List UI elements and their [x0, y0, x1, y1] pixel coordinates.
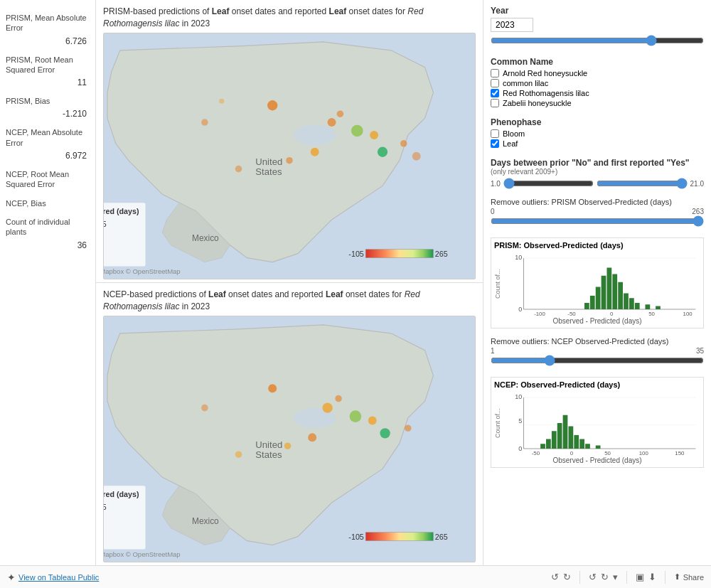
dropdown-icon[interactable]: ▾ [613, 572, 618, 582]
download-icon[interactable]: ⬇ [648, 572, 656, 582]
left-sidebar: PRISM, Mean Absolute Error 6.726 PRISM, … [0, 0, 96, 565]
phenophase-text-1: Leaf [503, 139, 518, 148]
svg-rect-102 [563, 415, 568, 449]
svg-rect-100 [552, 431, 557, 449]
svg-point-2 [267, 100, 277, 110]
common-name-text-2: Red Rothomagensis lilac [503, 89, 589, 97]
remove-outliers-prism-label: Remove outliers: PRISM Observed-Predicte… [491, 198, 704, 206]
top-chart-title: PRISM-based predictions of Leaf onset da… [103, 6, 476, 30]
common-name-item-3: Zabelii honeysuckle [491, 99, 704, 107]
metric-label-6: NCEP, Bias [6, 198, 90, 208]
svg-text:100: 100 [683, 311, 693, 316]
days-between-slider-max[interactable] [597, 178, 687, 189]
common-name-label: Common Name [491, 57, 704, 67]
common-name-checkbox-1[interactable] [491, 79, 499, 87]
toolbar-divider-1 [579, 571, 580, 584]
prism-hist-y-label: Count of... [494, 252, 507, 316]
remove-outliers-prism-max: 263 [692, 208, 704, 215]
prism-hist-x-label: Observed - Predicted (days) [494, 317, 700, 325]
common-name-item-2: Red Rothomagensis lilac [491, 89, 704, 97]
svg-point-7 [311, 147, 319, 156]
top-map: United States Mexico [103, 33, 476, 279]
year-input[interactable] [491, 18, 533, 32]
bottom-chart-title: NCEP-based predictions of Leaf onset dat… [103, 289, 476, 313]
common-name-checkbox-2[interactable] [491, 89, 499, 97]
metric-label-2: PRISM, Root Mean Squared Error [6, 55, 90, 75]
svg-text:0: 0 [518, 306, 522, 313]
svg-point-46 [235, 451, 242, 458]
phenophase-checkbox-0[interactable] [491, 129, 499, 138]
bottom-chart-section: NCEP-based predictions of Leaf onset dat… [96, 283, 483, 565]
svg-text:0: 0 [570, 450, 574, 455]
svg-text:100: 100 [639, 450, 649, 455]
svg-text:265: 265 [435, 533, 448, 541]
svg-rect-87 [584, 303, 589, 309]
svg-point-45 [201, 404, 208, 411]
phenophase-checkbox-1[interactable] [491, 139, 499, 148]
toolbar-left: ✦ View on Tableau Public [7, 572, 99, 583]
svg-text:United: United [255, 439, 282, 449]
metric-value-1: 6.726 [6, 36, 90, 46]
svg-text:-105: -105 [348, 250, 363, 258]
svg-point-42 [284, 442, 292, 449]
share-icon: ⬆ [674, 572, 680, 582]
year-control: Year [491, 6, 704, 48]
svg-text:States: States [255, 449, 282, 460]
common-name-checkbox-0[interactable] [491, 69, 499, 77]
svg-rect-85 [656, 306, 661, 310]
svg-rect-79 [612, 274, 617, 310]
tableau-icon: ✦ [7, 572, 16, 583]
ncep-hist-y-label: Count of... [494, 391, 507, 455]
remove-outliers-ncep-slider[interactable] [491, 355, 704, 366]
svg-point-1 [294, 124, 336, 145]
svg-rect-77 [602, 276, 606, 309]
svg-point-8 [286, 156, 293, 164]
remove-outliers-prism-section: Remove outliers: PRISM Observed-Predicte… [491, 198, 704, 229]
svg-text:50: 50 [604, 450, 611, 455]
metric-label-1: PRISM, Mean Absolute Error [6, 13, 90, 33]
redo-icon[interactable]: ↻ [563, 572, 571, 582]
ncep-hist-x-label: Observed - Predicted (days) [494, 456, 700, 464]
svg-text:265: 265 [435, 250, 448, 258]
bottom-map-svg: United States Mexico [104, 316, 475, 562]
svg-point-40 [335, 395, 342, 402]
svg-point-9 [378, 146, 387, 156]
svg-rect-82 [629, 298, 634, 309]
svg-text:0: 0 [518, 445, 522, 452]
svg-point-14 [219, 98, 224, 103]
redo2-icon[interactable]: ↻ [601, 572, 609, 582]
share-button[interactable]: ⬆ Share [674, 572, 704, 582]
svg-point-11 [412, 151, 421, 160]
svg-point-5 [370, 131, 378, 139]
phenophase-item-1: Leaf [491, 139, 704, 148]
svg-text:States: States [255, 166, 282, 177]
common-name-checkbox-3[interactable] [491, 99, 499, 107]
undo-icon[interactable]: ↺ [551, 572, 559, 582]
days-between-section: Days between prior "No" and first report… [491, 158, 704, 189]
svg-point-41 [308, 433, 316, 442]
common-name-text-3: Zabelii honeysuckle [503, 99, 572, 107]
remove-outliers-prism-slider[interactable] [491, 215, 704, 227]
svg-text:Mexico: Mexico [192, 515, 219, 525]
metric-label-4: NCEP, Mean Absolute Error [6, 127, 90, 148]
svg-point-12 [201, 119, 208, 126]
remove-outliers-prism-min: 0 [491, 208, 495, 215]
svg-text:Obs - Pred (days): Obs - Pred (days) [104, 206, 139, 215]
view-on-tableau-link[interactable]: View on Tableau Public [18, 573, 99, 582]
days-between-slider-min[interactable] [503, 178, 594, 189]
svg-text:5: 5 [518, 417, 522, 424]
svg-point-10 [400, 140, 407, 147]
bottom-map: United States Mexico [103, 316, 476, 562]
top-chart-section: PRISM-based predictions of Leaf onset da… [96, 0, 483, 283]
svg-rect-50 [365, 532, 433, 540]
phenophase-section: Phenophase Bloom Leaf [491, 117, 704, 149]
svg-text:-105: -105 [348, 533, 363, 541]
monitor-icon[interactable]: ▣ [636, 572, 644, 582]
remove-outliers-ncep-max: 35 [696, 347, 704, 355]
svg-rect-109 [540, 444, 545, 449]
undo2-icon[interactable]: ↺ [589, 572, 597, 582]
metric-label-5: NCEP, Root Mean Squared Error [6, 169, 90, 190]
svg-point-44 [405, 424, 412, 432]
year-slider[interactable] [491, 35, 704, 46]
svg-rect-104 [574, 435, 579, 449]
